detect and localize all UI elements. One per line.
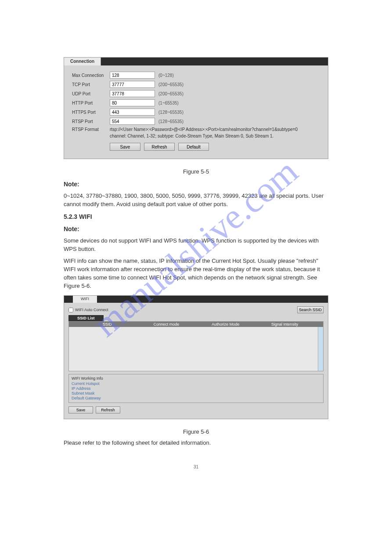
default-button[interactable]: Default (178, 143, 209, 151)
ssid-table: SSID Connect mode Authorize Mode Signal … (68, 321, 324, 371)
info-subnet-mask: Subnet Mask (72, 391, 320, 395)
row-http-port: HTTP Port (1~65535) (72, 99, 320, 106)
input-max-connection[interactable] (110, 72, 155, 79)
subhead-body: Some devices do not support WIFI and WPS… (64, 237, 328, 254)
ssid-list-tab-row: SSID List (68, 315, 324, 321)
col-signal: Signal Intensity (255, 322, 314, 327)
scrollbar[interactable] (318, 327, 323, 371)
ssid-list-tab[interactable]: SSID List (68, 315, 104, 321)
wifi-refresh-button[interactable]: Refresh (96, 406, 120, 414)
ssid-table-body (69, 327, 323, 371)
tab-connection[interactable]: Connection (64, 58, 101, 65)
parameters-note: Please refer to the following sheet for … (64, 439, 328, 447)
info-current-hotspot: Current Hotspot (72, 381, 320, 386)
col-blank-r (314, 322, 323, 327)
input-https-port[interactable] (110, 109, 155, 116)
info-default-gateway: Default Gateway (72, 396, 320, 400)
label-rtsp-port: RTSP Port (72, 119, 110, 124)
label-tcp-port: TCP Port (72, 82, 110, 87)
connection-buttons: Save Refresh Default (110, 143, 320, 151)
section-heading-wifi: 5.2.3 WIFI (64, 212, 328, 221)
wifi-tab[interactable]: WIFI (73, 296, 97, 303)
doc-block: Figure 5-5 Note: 0~1024, 37780~37880, 19… (64, 159, 328, 290)
wifi-top-row: WIFI Auto Connect Search SSID (68, 306, 324, 313)
note-body: 0~1024, 37780~37880, 1900, 3800, 5000, 5… (64, 192, 328, 209)
col-blank-l (69, 322, 78, 327)
wifi-body: WIFI Auto Connect Search SSID SSID List … (64, 303, 328, 419)
label-max-connection: Max Connection (72, 73, 110, 78)
input-tcp-port[interactable] (110, 81, 155, 88)
label-rtsp-format: RTSP Format (72, 127, 110, 132)
input-http-port[interactable] (110, 99, 155, 106)
range-max-connection: (0~128) (158, 73, 174, 78)
input-udp-port[interactable] (110, 90, 155, 97)
subhead-line: WIFI info can show the name, status, IP … (64, 257, 328, 290)
page-number: 31 (64, 464, 328, 469)
row-rtsp-port: RTSP Port (128~65535) (72, 118, 320, 125)
panel-body: Max Connection (0~128) TCP Port (200~655… (64, 65, 328, 159)
range-https-port: (128~65535) (158, 110, 183, 115)
col-ssid: SSID (78, 322, 137, 327)
search-ssid-button[interactable]: Search SSID (297, 306, 324, 313)
refresh-button[interactable]: Refresh (144, 143, 175, 151)
rtsp-format-line2: channel: Channel, 1-32; subtype: Code-St… (110, 134, 273, 138)
label-https-port: HTTPS Port (72, 110, 110, 115)
wifi-panel: WIFI WIFI Auto Connect Search SSID SSID … (64, 295, 328, 419)
range-udp-port: (200~65535) (158, 91, 183, 96)
wifi-header: WIFI (64, 296, 328, 303)
wifi-button-row: Save Refresh (68, 406, 324, 414)
subhead-note: Note: (64, 225, 328, 233)
wifi-auto-connect-label: WIFI Auto Connect (75, 308, 108, 312)
wifi-auto-connect[interactable]: WIFI Auto Connect (68, 308, 108, 312)
row-https-port: HTTPS Port (128~65535) (72, 109, 320, 116)
connection-panel: Connection Max Connection (0~128) TCP Po… (64, 57, 328, 159)
save-button[interactable]: Save (110, 143, 140, 151)
range-http-port: (1~65535) (158, 101, 179, 105)
ssid-table-head: SSID Connect mode Authorize Mode Signal … (69, 322, 323, 327)
figure-5-5-caption: Figure 5-5 (64, 168, 328, 176)
note-title: Note: (64, 180, 328, 189)
row-udp-port: UDP Port (200~65535) (72, 90, 320, 97)
panel-header: Connection (64, 58, 328, 65)
info-ip-address: IP Address (72, 386, 320, 391)
wifi-info-box: WIFI Working Info Current Hotspot IP Add… (68, 374, 324, 403)
wifi-save-button[interactable]: Save (68, 406, 93, 414)
footer-block: Figure 5-6 Please refer to the following… (64, 419, 328, 446)
label-udp-port: UDP Port (72, 91, 110, 96)
row-max-connection: Max Connection (0~128) (72, 72, 320, 79)
input-rtsp-port[interactable] (110, 118, 155, 125)
row-rtsp-format-2: channel: Channel, 1-32; subtype: Code-St… (110, 133, 320, 138)
range-tcp-port: (200~65535) (158, 82, 183, 87)
row-tcp-port: TCP Port (200~65535) (72, 81, 320, 88)
rtsp-format-line1: rtsp://<User Name>:<Password>@<IP Addres… (110, 127, 298, 132)
checkbox-wifi-auto[interactable] (68, 308, 73, 312)
range-rtsp-port: (128~65535) (158, 119, 183, 124)
figure-5-6-caption: Figure 5-6 (64, 428, 328, 436)
wifi-info-title: WIFI Working Info (72, 376, 320, 381)
col-connect-mode: Connect mode (137, 322, 196, 327)
row-rtsp-format: RTSP Format rtsp://<User Name>:<Password… (72, 127, 320, 132)
col-auth-mode: Authorize Mode (196, 322, 255, 327)
label-http-port: HTTP Port (72, 101, 110, 105)
